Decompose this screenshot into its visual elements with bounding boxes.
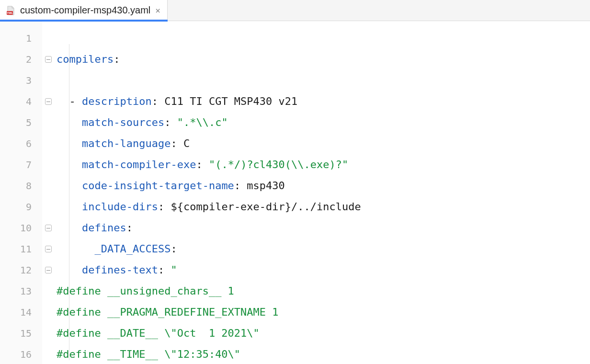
- code-line[interactable]: _DATA_ACCESS:: [55, 239, 590, 260]
- fold-row: [42, 196, 55, 217]
- line-number: 6: [0, 133, 42, 154]
- tab-bar: YML custom-compiler-msp430.yaml ×: [0, 0, 590, 21]
- line-number: 15: [0, 323, 42, 344]
- line-number: 8: [0, 175, 42, 196]
- fold-row: [42, 133, 55, 154]
- fold-row: [42, 28, 55, 49]
- code-line[interactable]: match-language: C: [55, 133, 590, 154]
- fold-row: [42, 217, 55, 239]
- yaml-file-icon: YML: [5, 5, 16, 16]
- code-line[interactable]: code-insight-target-name: msp430: [55, 175, 590, 196]
- fold-toggle-icon[interactable]: [45, 56, 52, 63]
- fold-row: [42, 239, 55, 260]
- line-number: 11: [0, 239, 42, 260]
- fold-toggle-icon[interactable]: [45, 246, 52, 252]
- line-number: 4: [0, 91, 42, 112]
- fold-row: [42, 49, 55, 70]
- line-number: 2: [0, 49, 42, 70]
- fold-row: [42, 302, 55, 323]
- code-token: "(.*/)?cl430(\\.exe)?": [209, 159, 348, 171]
- line-number: 7: [0, 154, 42, 175]
- line-number: 10: [0, 217, 42, 239]
- fold-toggle-icon[interactable]: [45, 98, 52, 105]
- fold-row: [42, 70, 55, 91]
- fold-row: [42, 344, 55, 364]
- code-line[interactable]: compilers:: [55, 49, 590, 70]
- code-token: match-sources: [82, 116, 164, 128]
- code-token: : msp430: [234, 180, 285, 192]
- fold-row: [42, 91, 55, 112]
- line-number: 13: [0, 281, 42, 302]
- fold-toggle-icon[interactable]: [45, 225, 52, 231]
- code-token: ".*\\.c": [177, 116, 228, 128]
- code-token: code-insight-target-name: [82, 180, 234, 192]
- fold-row: [42, 112, 55, 133]
- code-token: :: [113, 53, 120, 65]
- code-line[interactable]: #define __DATE__ \"Oct 1 2021\": [55, 323, 590, 344]
- code-token: match-language: [82, 137, 170, 149]
- fold-toggle-icon[interactable]: [45, 267, 52, 273]
- close-icon[interactable]: ×: [154, 5, 161, 15]
- code-line[interactable]: #define __TIME__ \"12:35:40\": [55, 344, 590, 364]
- line-number: 3: [0, 70, 42, 91]
- line-number: 14: [0, 302, 42, 323]
- line-number: 12: [0, 260, 42, 281]
- code-token: : ${compiler-exe-dir}/../include: [158, 201, 361, 213]
- code-line[interactable]: defines-text: ": [55, 260, 590, 281]
- code-line[interactable]: include-dirs: ${compiler-exe-dir}/../inc…: [55, 196, 590, 217]
- code-token: : C11 TI CGT MSP430 v21: [152, 95, 298, 107]
- code-token: :: [170, 243, 177, 255]
- code-line[interactable]: #define __PRAGMA_REDEFINE_EXTNAME 1: [55, 302, 590, 323]
- code-token: defines-text: [82, 264, 158, 276]
- fold-column: [42, 21, 55, 364]
- gutter: 12345678910111213141516: [0, 21, 42, 364]
- line-number: 1: [0, 28, 42, 49]
- fold-row: [42, 154, 55, 175]
- line-number: 9: [0, 196, 42, 217]
- code-token: : C: [170, 137, 190, 149]
- fold-row: [42, 260, 55, 281]
- code-line[interactable]: match-compiler-exe: "(.*/)?cl430(\\.exe)…: [55, 154, 590, 175]
- code-token: #define __DATE__ \"Oct 1 2021\": [57, 327, 260, 339]
- code-line[interactable]: #define __unsigned_chars__ 1: [55, 281, 590, 302]
- code-token: :: [158, 264, 171, 276]
- fold-row: [42, 323, 55, 344]
- code-token: :: [164, 116, 177, 128]
- code-token: :: [126, 222, 133, 234]
- tab-file[interactable]: YML custom-compiler-msp430.yaml ×: [0, 0, 168, 21]
- code-token: description: [82, 95, 152, 107]
- tab-filename: custom-compiler-msp430.yaml: [20, 5, 150, 16]
- code-token: ": [170, 264, 177, 276]
- code-token: include-dirs: [82, 201, 158, 213]
- line-number: 16: [0, 344, 42, 364]
- editor[interactable]: 12345678910111213141516 compilers: - des…: [0, 21, 590, 364]
- code-token: [57, 243, 94, 255]
- fold-row: [42, 281, 55, 302]
- code-token: defines: [82, 222, 126, 234]
- code-line[interactable]: - description: C11 TI CGT MSP430 v21: [55, 91, 590, 112]
- code-line[interactable]: [55, 28, 590, 49]
- code-line[interactable]: match-sources: ".*\\.c": [55, 112, 590, 133]
- code-token: #define __PRAGMA_REDEFINE_EXTNAME 1: [57, 306, 279, 318]
- fold-row: [42, 175, 55, 196]
- code-line[interactable]: defines:: [55, 217, 590, 239]
- svg-text:YML: YML: [7, 11, 13, 14]
- code-token: _DATA_ACCESS: [94, 243, 170, 255]
- line-number: 5: [0, 112, 42, 133]
- code-token: compilers: [57, 53, 113, 65]
- code-line[interactable]: [55, 70, 590, 91]
- code-token: match-compiler-exe: [82, 159, 196, 171]
- code-token: :: [196, 159, 209, 171]
- code-token: #define __unsigned_chars__ 1: [57, 285, 234, 297]
- code-area[interactable]: compilers: - description: C11 TI CGT MSP…: [55, 21, 590, 364]
- code-token: #define __TIME__ \"12:35:40\": [57, 348, 240, 360]
